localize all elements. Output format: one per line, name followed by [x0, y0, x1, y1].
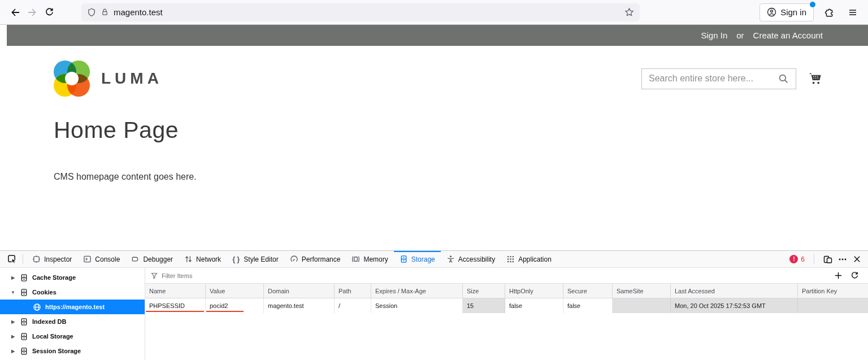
tab-inspector[interactable]: Inspector — [27, 251, 77, 267]
cookie-domain-cell[interactable]: magento.test — [264, 298, 335, 313]
account-icon — [767, 7, 776, 17]
storage-type-icon — [20, 288, 28, 297]
column-header-last-accessed[interactable]: Last Accessed — [671, 284, 798, 298]
error-count-badge[interactable]: ! 6 — [789, 255, 805, 263]
cookie-partition-key-cell[interactable] — [798, 298, 868, 313]
filter-actions — [834, 271, 862, 280]
sidebar-item-indexed-db[interactable]: ▶ Indexed DB — [0, 314, 145, 329]
toolbar-separator — [814, 254, 814, 264]
column-header-secure[interactable]: Secure — [563, 284, 613, 298]
tab-performance[interactable]: Performance — [284, 251, 346, 267]
cookie-table-row[interactable]: PHPSESSID pocid2 magento.test / Session … — [145, 298, 868, 313]
tab-network[interactable]: Network — [179, 251, 227, 267]
sidebar-item-label: Local Storage — [32, 333, 73, 340]
responsive-design-mode-button[interactable] — [823, 255, 832, 264]
tab-application[interactable]: Application — [501, 251, 557, 267]
cart-button[interactable] — [808, 71, 823, 86]
meatball-menu-icon — [838, 255, 847, 264]
storage-icon — [400, 255, 408, 263]
column-header-path[interactable]: Path — [335, 284, 371, 298]
cookie-path-cell[interactable]: / — [335, 298, 371, 313]
sidebar-item-label: Indexed DB — [32, 318, 67, 325]
sidebar-item-session-storage[interactable]: ▶ Session Storage — [0, 344, 145, 358]
store-signin-link[interactable]: Sign In — [701, 31, 728, 40]
sidebar-item-cookies[interactable]: ▼ Cookies — [0, 285, 145, 300]
chevron-down-icon[interactable]: ▼ — [10, 290, 16, 295]
tab-label: Application — [518, 255, 552, 263]
pick-element-icon — [7, 254, 17, 264]
chevron-right-icon[interactable]: ▶ — [10, 275, 16, 280]
chevron-right-icon[interactable]: ▶ — [10, 319, 16, 324]
tab-label: Network — [196, 255, 221, 263]
column-header-httponly[interactable]: HttpOnly — [505, 284, 563, 298]
tab-label: Debugger — [143, 255, 173, 263]
tab-label: Accessibility — [458, 255, 495, 263]
filter-items-input[interactable] — [162, 272, 830, 279]
extensions-button[interactable] — [821, 4, 837, 21]
cookie-httponly-cell[interactable]: false — [505, 298, 563, 313]
tab-debugger[interactable]: Debugger — [125, 251, 179, 267]
sidebar-item-cache-storage[interactable]: ▶ Cache Storage — [0, 270, 145, 285]
url-text[interactable]: magento.test — [114, 7, 620, 17]
storage-table-panel: Name Value Domain Path Expires / Max-Age… — [145, 268, 868, 360]
refresh-icon — [850, 271, 859, 280]
column-header-value[interactable]: Value — [206, 284, 264, 298]
create-account-link[interactable]: Create an Account — [753, 31, 823, 40]
page-title: Home Page — [54, 117, 868, 144]
reload-button[interactable] — [41, 4, 58, 21]
bookmark-star-icon[interactable] — [624, 7, 634, 17]
puzzle-icon — [824, 7, 834, 18]
column-header-size[interactable]: Size — [463, 284, 505, 298]
or-text: or — [736, 31, 744, 40]
sidebar-item-magento-test[interactable]: https://magento.test — [0, 300, 145, 314]
url-bar[interactable]: magento.test — [81, 3, 640, 21]
search-icon[interactable] — [778, 73, 789, 84]
pick-element-button[interactable] — [5, 252, 19, 267]
console-icon — [83, 255, 92, 263]
store-search-box — [641, 68, 796, 89]
refresh-items-button[interactable] — [850, 271, 859, 280]
hamburger-icon — [848, 7, 858, 18]
devtools-panel: Inspector Console Debugger Network { } S… — [0, 250, 868, 360]
cookie-expires-cell[interactable]: Session — [371, 298, 463, 313]
column-header-samesite[interactable]: SameSite — [613, 284, 671, 298]
column-header-domain[interactable]: Domain — [264, 284, 335, 298]
storage-type-icon — [20, 347, 28, 355]
accessibility-icon — [446, 255, 455, 263]
tab-memory[interactable]: Memory — [346, 251, 393, 267]
firefox-signin-button[interactable]: Sign in — [760, 3, 814, 21]
lock-icon[interactable] — [101, 8, 109, 16]
close-devtools-button[interactable] — [853, 255, 861, 263]
luma-logo[interactable]: LUMA — [54, 60, 163, 97]
cookie-value-cell[interactable]: pocid2 — [206, 298, 264, 313]
cookie-secure-cell[interactable]: false — [563, 298, 613, 313]
cookie-size-cell[interactable]: 15 — [463, 298, 505, 313]
menu-button[interactable] — [844, 4, 861, 21]
tab-style-editor[interactable]: { } Style Editor — [227, 251, 284, 267]
signin-label: Sign in — [780, 7, 806, 17]
cookie-table-header: Name Value Domain Path Expires / Max-Age… — [145, 284, 868, 298]
tab-console[interactable]: Console — [77, 251, 125, 267]
column-header-name[interactable]: Name — [145, 284, 206, 298]
tab-accessibility[interactable]: Accessibility — [441, 251, 501, 267]
devtools-menu-button[interactable] — [838, 255, 847, 264]
cookie-samesite-cell[interactable] — [613, 298, 671, 313]
cookie-name-cell[interactable]: PHPSESSID — [145, 298, 206, 313]
back-button[interactable] — [7, 4, 24, 21]
add-item-button[interactable] — [834, 271, 843, 280]
tab-label: Performance — [302, 255, 341, 263]
chevron-right-icon[interactable]: ▶ — [10, 334, 16, 339]
column-header-expires[interactable]: Expires / Max-Age — [371, 284, 463, 298]
chevron-right-icon[interactable]: ▶ — [10, 349, 16, 354]
tab-storage[interactable]: Storage — [394, 251, 441, 267]
cart-icon — [808, 71, 823, 86]
shield-icon[interactable] — [87, 8, 96, 17]
search-input[interactable] — [649, 73, 778, 84]
tab-label: Style Editor — [244, 255, 278, 263]
forward-button[interactable] — [24, 4, 41, 21]
style-editor-icon: { } — [232, 255, 240, 263]
browser-toolbar: magento.test Sign in — [0, 0, 868, 25]
sidebar-item-local-storage[interactable]: ▶ Local Storage — [0, 329, 145, 344]
column-header-partition-key[interactable]: Partition Key — [798, 284, 868, 298]
cookie-last-accessed-cell[interactable]: Mon, 20 Oct 2025 17:52:53 GMT — [671, 298, 798, 313]
